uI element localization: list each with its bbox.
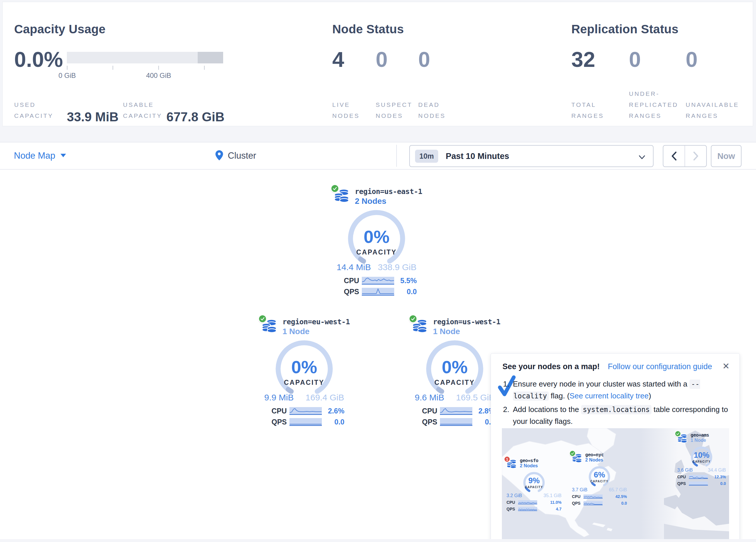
gauge-percent: 0% bbox=[426, 357, 484, 377]
setup-steps: 1.Ensure every node in your cluster was … bbox=[503, 378, 729, 427]
cpu-label: CPU bbox=[572, 494, 583, 499]
cpu-label: CPU bbox=[677, 475, 689, 479]
total-ranges-label: TOTAL RANGES bbox=[571, 99, 604, 121]
qps-row: QPS 0.0 bbox=[271, 418, 344, 426]
time-forward-button[interactable] bbox=[685, 146, 706, 166]
page-bottom-gutter bbox=[0, 539, 756, 542]
axis-tick bbox=[204, 66, 205, 70]
healthy-check-icon bbox=[675, 431, 681, 437]
qps-sparkline bbox=[440, 418, 472, 426]
usable-capacity-value: 677.8 GiB bbox=[166, 110, 225, 124]
cpu-label: CPU bbox=[422, 407, 440, 415]
live-nodes-label: LIVE NODES bbox=[332, 99, 360, 121]
qps-sparkline bbox=[289, 418, 322, 426]
used-capacity: 9.9 MiB bbox=[264, 393, 294, 403]
used-capacity-value: 33.9 MiB bbox=[67, 110, 119, 124]
toolbar-divider bbox=[396, 145, 397, 167]
suspect-nodes-label: SUSPECT NODES bbox=[376, 99, 412, 121]
now-button[interactable]: Now bbox=[711, 145, 742, 167]
gauge-percent: 0% bbox=[275, 357, 333, 377]
dead-nodes-label: DEAD NODES bbox=[418, 99, 446, 121]
locality-card-header: region=us-east-1 2 Nodes bbox=[334, 185, 424, 206]
configuration-guide-link[interactable]: Follow our configuration guide bbox=[608, 362, 712, 371]
time-range-dropdown[interactable]: 10m Past 10 Minutes bbox=[409, 145, 654, 167]
breadcrumb[interactable]: Cluster bbox=[215, 142, 256, 169]
time-nav-buttons bbox=[663, 145, 707, 167]
map-node-ams: geo=ams 1 Node 10% CAPACITY 3.6 GiB 34.4… bbox=[677, 432, 726, 486]
used-capacity: 3.6 GiB bbox=[677, 468, 693, 473]
cpu-value: 2.6% bbox=[328, 407, 344, 415]
step-number: 2. bbox=[503, 404, 509, 415]
step-text: flag. ( bbox=[549, 392, 570, 400]
live-nodes-value: 4 bbox=[332, 48, 344, 71]
close-icon[interactable]: ✕ bbox=[722, 361, 730, 371]
locality-node-count: 1 Node bbox=[282, 327, 350, 337]
map-node-sfo: 1 geo=sfo 2 Nodes 9% CAPACITY bbox=[507, 457, 562, 512]
locality-title: region=eu-west-1 bbox=[282, 317, 350, 327]
qps-row: QPS 4.7 bbox=[507, 506, 562, 512]
capacity-usage-percent: 0.0% bbox=[14, 48, 63, 71]
capacity-gauge: 10% CAPACITY bbox=[689, 445, 714, 468]
axis-tick bbox=[67, 66, 67, 70]
total-capacity: 34.4 GiB bbox=[708, 468, 726, 473]
tick-label-zero: 0 GiB bbox=[58, 71, 76, 80]
code-locality-flag: locality bbox=[513, 392, 549, 401]
gauge-percent: 10% bbox=[689, 451, 714, 460]
step-text: Ensure every node in your cluster was st… bbox=[513, 380, 689, 388]
gauge-capacity-label: CAPACITY bbox=[426, 379, 484, 387]
code-locality-flag: -- bbox=[689, 380, 700, 389]
cpu-sparkline bbox=[583, 495, 603, 499]
capacity-bar bbox=[67, 52, 223, 63]
cpu-row: CPU 11.0% bbox=[507, 500, 562, 505]
locality-card-us-west-1[interactable]: region=us-west-1 1 Node 0% CAPACITY 9.6 … bbox=[407, 316, 502, 429]
cpu-row: CPU 2.8% bbox=[422, 407, 495, 415]
qps-row: QPS 0.0 bbox=[344, 287, 417, 296]
qps-sparkline bbox=[583, 501, 603, 505]
step-text: ) bbox=[649, 392, 651, 400]
qps-label: QPS bbox=[572, 501, 583, 506]
qps-label: QPS bbox=[271, 418, 289, 426]
locality-tree-link[interactable]: See current locality tree bbox=[570, 392, 649, 400]
locality-card-eu-west-1[interactable]: region=eu-west-1 1 Node 0% CAPACITY 9.9 … bbox=[256, 316, 352, 429]
cpu-label: CPU bbox=[271, 407, 289, 415]
locality-title: geo=sfo bbox=[520, 458, 538, 463]
healthy-check-icon bbox=[569, 450, 576, 457]
axis-tick bbox=[113, 66, 113, 70]
cpu-row: CPU 5.5% bbox=[344, 276, 417, 285]
time-range-label: Past 10 Minutes bbox=[446, 151, 509, 161]
cpu-row: CPU 2.6% bbox=[271, 407, 344, 415]
axis-tick bbox=[158, 66, 159, 70]
capacity-gauge: 0% CAPACITY bbox=[275, 340, 333, 394]
gauge-capacity-label: CAPACITY bbox=[587, 480, 612, 483]
nodes-on-map-popup: See your nodes on a map! Follow our conf… bbox=[491, 353, 740, 542]
locality-title: region=us-east-1 bbox=[355, 187, 422, 196]
used-capacity: 3.7 GiB bbox=[572, 487, 587, 493]
capacity-gauge: 0% CAPACITY bbox=[426, 340, 484, 394]
map-toolbar: Node Map Cluster 10m Past 10 Minutes Now bbox=[0, 142, 756, 170]
view-selector-dropdown[interactable]: Node Map bbox=[14, 142, 66, 169]
cpu-value: 42.5% bbox=[615, 494, 627, 499]
dead-nodes-value: 0 bbox=[418, 48, 430, 71]
qps-value: 0.0 bbox=[621, 501, 627, 506]
setup-step-2: 2.Add locations to the system.locations … bbox=[503, 404, 729, 427]
chevron-left-icon bbox=[671, 151, 677, 161]
breadcrumb-label: Cluster bbox=[228, 150, 256, 161]
cpu-label: CPU bbox=[507, 500, 518, 505]
cpu-row: CPU 42.5% bbox=[572, 494, 627, 499]
example-node-map-image: 1 geo=sfo 2 Nodes 9% CAPACITY bbox=[502, 428, 729, 542]
locality-node-count: 1 Node bbox=[433, 327, 500, 337]
qps-value: 0.0 bbox=[334, 418, 344, 426]
replication-status-title: Replication Status bbox=[571, 22, 678, 36]
locality-node-count: 2 Nodes bbox=[355, 196, 422, 206]
gauge-percent: 0% bbox=[348, 226, 405, 247]
cpu-value: 12.3% bbox=[714, 475, 726, 479]
total-capacity: 35.1 GiB bbox=[544, 493, 562, 498]
cpu-sparkline bbox=[518, 500, 537, 504]
capacity-usage-title: Capacity Usage bbox=[14, 22, 106, 36]
healthy-check-icon bbox=[409, 315, 417, 323]
used-capacity: 14.4 MiB bbox=[337, 262, 371, 272]
total-capacity: 169.4 GiB bbox=[306, 393, 344, 403]
time-back-button[interactable] bbox=[663, 146, 685, 166]
locality-card-us-east-1[interactable]: region=us-east-1 2 Nodes 0% CAPACITY 14.… bbox=[329, 185, 424, 298]
qps-row: QPS 0.0 bbox=[572, 501, 627, 506]
